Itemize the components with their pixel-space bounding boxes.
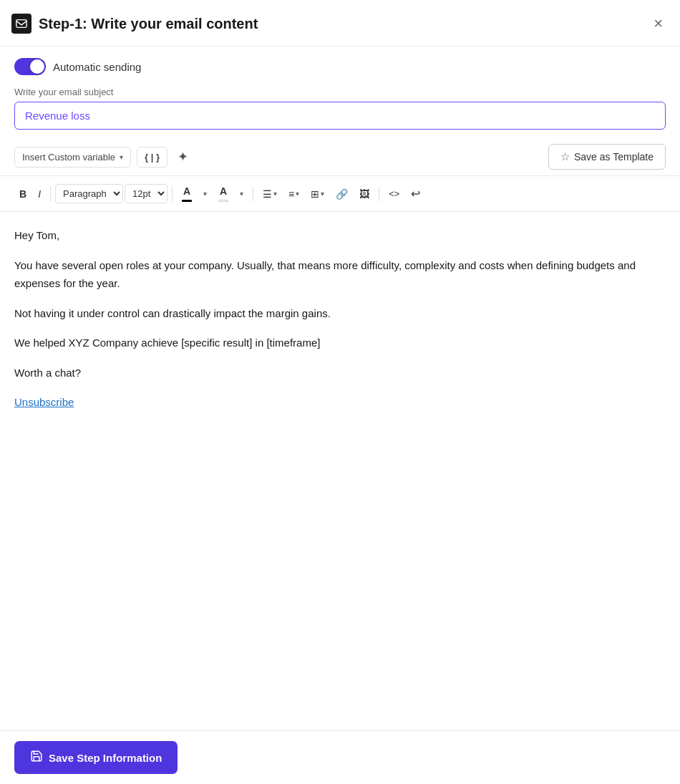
email-greeting: Hey Tom, — [14, 226, 666, 245]
text-color-button[interactable]: A — [177, 182, 197, 205]
link-button[interactable]: 🔗 — [331, 185, 353, 203]
highlight-a-label: A — [220, 185, 227, 197]
chevron-down-icon-5: ▾ — [296, 190, 299, 198]
numbered-icon: ≡ — [288, 188, 294, 200]
text-color-indicator — [182, 200, 192, 202]
toolbar-divider-2 — [172, 187, 173, 201]
email-icon — [11, 14, 31, 34]
chevron-down-icon-4: ▾ — [273, 190, 277, 198]
custom-variable-label: Insert Custom variable — [22, 152, 115, 163]
save-step-button[interactable]: Save Step Information — [14, 741, 178, 774]
code-icon: <> — [389, 188, 399, 199]
code-button[interactable]: <> — [384, 185, 404, 203]
paragraph-select[interactable]: Paragraph Heading 1 Heading 2 — [55, 184, 123, 203]
numbered-list-button[interactable]: ≡ ▾ — [283, 185, 304, 203]
toolbar-divider-4 — [379, 187, 379, 201]
email-paragraph-1: You have several open roles at your comp… — [14, 256, 666, 293]
image-button[interactable]: 🖼 — [354, 185, 374, 203]
undo-button[interactable]: ↩ — [406, 183, 425, 204]
subject-section: Write your email subject — [0, 87, 680, 138]
table-icon: ⊞ — [311, 188, 319, 200]
link-icon: 🔗 — [336, 188, 348, 200]
image-icon: 🖼 — [359, 188, 369, 200]
bullet-list-button[interactable]: ☰ ▾ — [258, 185, 282, 203]
secondary-toolbar: Insert Custom variable ▾ { | } ✦ ☆ Save … — [0, 138, 680, 176]
header-left: Step-1: Write your email content — [11, 14, 258, 34]
unsubscribe-link[interactable]: Unsubscribe — [14, 396, 74, 408]
magic-button[interactable]: ✦ — [173, 146, 193, 168]
toolbar-divider — [50, 187, 51, 201]
save-icon — [30, 750, 43, 765]
email-paragraph-2: Not having it under control can drastica… — [14, 304, 666, 323]
save-template-label: Save as Template — [574, 151, 654, 163]
curly-braces-button[interactable]: { | } — [137, 147, 167, 168]
font-size-select[interactable]: 12pt 14pt 16pt — [125, 184, 167, 203]
chevron-down-icon-2: ▾ — [203, 190, 207, 198]
subject-input[interactable] — [14, 102, 666, 130]
text-color-a-label: A — [183, 185, 190, 197]
highlight-color-indicator — [218, 200, 228, 202]
toggle-row: Automatic sending — [0, 47, 680, 87]
undo-icon: ↩ — [411, 187, 420, 200]
toggle-label: Automatic sending — [53, 61, 141, 73]
modal-header: Step-1: Write your email content × — [0, 0, 680, 47]
chevron-down-icon: ▾ — [120, 153, 123, 161]
automatic-sending-toggle[interactable] — [14, 58, 46, 75]
subject-label: Write your email subject — [14, 87, 666, 97]
bold-button[interactable]: B — [14, 185, 31, 203]
save-step-label: Save Step Information — [49, 752, 162, 764]
text-color-dropdown[interactable]: ▾ — [198, 186, 212, 201]
chevron-down-icon-3: ▾ — [240, 190, 243, 198]
email-paragraph-3: We helped XYZ Company achieve [specific … — [14, 334, 666, 352]
save-template-button[interactable]: ☆ Save as Template — [548, 144, 666, 170]
insert-custom-variable-button[interactable]: Insert Custom variable ▾ — [14, 147, 131, 168]
page-title: Step-1: Write your email content — [39, 16, 258, 32]
svg-rect-0 — [16, 20, 26, 28]
footer: Save Step Information — [0, 730, 680, 784]
email-editor[interactable]: Hey Tom, You have several open roles at … — [0, 212, 680, 699]
highlight-color-button[interactable]: A — [213, 182, 233, 205]
email-closing: Worth a chat? — [14, 364, 666, 382]
unsubscribe-link-paragraph: Unsubscribe — [14, 393, 666, 412]
toolbar-divider-3 — [253, 187, 253, 201]
table-button[interactable]: ⊞ ▾ — [306, 185, 329, 203]
bullet-icon: ☰ — [263, 188, 272, 200]
toolbar-left: Insert Custom variable ▾ { | } ✦ — [14, 146, 193, 168]
editor-toolbar: B I Paragraph Heading 1 Heading 2 12pt 1… — [0, 176, 680, 212]
close-button[interactable]: × — [651, 13, 666, 34]
italic-button[interactable]: I — [33, 185, 46, 203]
chevron-down-icon-6: ▾ — [321, 190, 324, 198]
star-icon: ☆ — [560, 150, 570, 163]
highlight-dropdown[interactable]: ▾ — [235, 186, 248, 201]
